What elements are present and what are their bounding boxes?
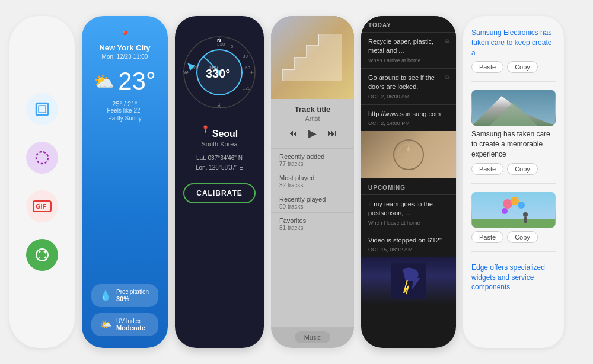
news-compass-image <box>361 131 456 178</box>
news-item-0: ⧉ Recycle paper, plastic, metal and ... … <box>361 32 456 68</box>
copy-button-0[interactable]: Copy <box>507 61 538 73</box>
music-controls: ⏮ ▶ ⏭ <box>288 127 337 140</box>
expand-button[interactable] <box>26 239 58 271</box>
music-list-count-2: 50 tracks <box>279 203 346 210</box>
copy-icon-1: ⧉ <box>445 74 449 81</box>
panel-clipboard: Samsung Electronics has taken care to ke… <box>463 16 564 348</box>
svg-rect-1 <box>39 106 46 113</box>
music-track-info: Track title Artist ⏮ ▶ ⏭ <box>271 99 354 148</box>
panel-music: Track title Artist ⏮ ▶ ⏭ Recently added … <box>271 16 354 348</box>
next-button[interactable]: ⏭ <box>327 128 337 139</box>
weather-range: 25° / 21° <box>112 100 137 107</box>
music-list-item-2: Recently played 50 tracks <box>271 191 354 212</box>
gif-button[interactable]: GIF <box>26 190 58 222</box>
news-item-title-1: Go around to see if the doors are locked… <box>368 74 449 92</box>
news-item-meta-2: OCT 2, 14:00 PM <box>368 120 449 126</box>
calibrate-button[interactable]: CALIBRATE <box>183 183 255 203</box>
svg-text:330°: 330° <box>206 67 230 80</box>
compass-lon: Lon. 126°58'37" E <box>196 163 243 173</box>
news-item-meta-0: When I arrive at home <box>368 58 449 63</box>
previous-button[interactable]: ⏮ <box>288 128 298 139</box>
svg-text:0: 0 <box>231 44 234 49</box>
compass-pin-icon: 📍 <box>201 125 210 133</box>
news-item-title-4: Video is stopped on 6'12" <box>368 236 449 245</box>
news-item-title-3: If my team goes to the postseason, ... <box>368 200 449 218</box>
compass-svg: 330 0 30 60 120 180 NW 330° N S E <box>181 34 258 111</box>
music-list-label-0: Recently added <box>279 153 346 160</box>
compass-display: 330 0 30 60 120 180 NW 330° N S E <box>181 34 258 111</box>
compass-lat: Lat. 037°34'46" N <box>196 154 243 163</box>
music-title: Track title <box>295 105 331 114</box>
screenshot-icon <box>34 101 50 117</box>
panel-news: TODAY ⧉ Recycle paper, plastic, metal an… <box>361 16 456 348</box>
svg-text:60: 60 <box>245 65 250 71</box>
uv-label: UV Index <box>116 318 145 324</box>
main-container: GIF 📍 New York City Mon, 12/23 11:00 ⛅ 2… <box>0 0 593 364</box>
storm-thumbnail-svg <box>391 263 426 299</box>
upcoming-header: UPCOMING <box>361 178 456 194</box>
location-pin-icon: 📍 <box>120 30 130 40</box>
svg-rect-0 <box>36 103 48 115</box>
news-item-4: Video is stopped on 6'12" OCT 15, 08:12 … <box>361 231 456 257</box>
news-item-1: ⧉ Go around to see if the doors are lock… <box>361 68 456 104</box>
news-storm-image <box>361 257 456 305</box>
expand-icon <box>34 247 50 263</box>
music-list-count-3: 81 tracks <box>279 225 346 231</box>
music-footer: Music <box>271 327 354 348</box>
music-list-item-3: Favorites 81 tracks <box>271 212 354 234</box>
precipitation-value: 30% <box>116 295 149 302</box>
mountain-svg <box>471 90 556 126</box>
clipboard-item-0: Samsung Electronics has taken care to ke… <box>471 28 556 73</box>
svg-rect-44 <box>524 217 527 223</box>
svg-text:30: 30 <box>243 53 248 59</box>
circle-select-button[interactable] <box>26 142 58 174</box>
paste-button-1[interactable]: Paste <box>471 163 503 175</box>
music-artwork-svg <box>271 16 354 99</box>
compass-location-row: 📍 Seoul <box>201 119 238 139</box>
copy-button-1[interactable]: Copy <box>507 163 538 175</box>
weather-city: New York City <box>99 43 150 52</box>
clipboard-text-0: Samsung Electronics has taken care to ke… <box>471 28 556 58</box>
panel-weather: 📍 New York City Mon, 12/23 11:00 ⛅ 23° 2… <box>82 16 168 348</box>
gif-icon: GIF <box>33 200 52 212</box>
music-artwork <box>271 16 354 99</box>
news-item-title-2: http://www.samsung.com <box>368 110 449 119</box>
svg-rect-38 <box>472 219 555 228</box>
weather-feels-like: Feels like 22° <box>107 107 142 114</box>
news-item-meta-3: When I leave at home <box>368 220 449 226</box>
svg-marker-32 <box>407 145 410 151</box>
music-artist: Artist <box>305 115 320 122</box>
person-svg <box>471 192 556 228</box>
clipboard-actions-2: Paste Copy <box>471 231 556 243</box>
clipboard-mountain-image <box>471 90 556 126</box>
svg-text:120: 120 <box>243 85 251 91</box>
weather-description: Partly Sunny <box>108 115 142 122</box>
clipboard-person-image <box>471 192 556 228</box>
play-button[interactable]: ▶ <box>308 127 317 140</box>
paste-button-0[interactable]: Paste <box>471 61 503 73</box>
paste-button-2[interactable]: Paste <box>471 231 503 243</box>
svg-text:E: E <box>251 69 254 75</box>
precipitation-card: 💧 Precipitation 30% <box>91 284 158 307</box>
sun-cloud-icon: ⛅ <box>94 72 114 91</box>
clipboard-item-1: Samsung has taken care to create a memor… <box>471 90 556 174</box>
copy-button-2[interactable]: Copy <box>507 231 538 243</box>
news-item-title-0: Recycle paper, plastic, metal and ... <box>368 37 449 56</box>
compass-country: South Korea <box>201 141 237 148</box>
uv-card: 🌤️ UV Index Moderate <box>91 313 158 336</box>
svg-text:GIF: GIF <box>36 203 47 210</box>
today-header: TODAY <box>361 16 456 32</box>
weather-date: Mon, 12/23 11:00 <box>102 53 148 60</box>
compass-thumbnail-svg <box>391 137 426 173</box>
news-item-meta-1: OCT 2, 06:00 AM <box>368 94 449 100</box>
panel-compass: 330 0 30 60 120 180 NW 330° N S E <box>175 16 264 348</box>
news-item-meta-4: OCT 15, 08:12 AM <box>368 247 449 253</box>
music-app-button[interactable]: Music <box>295 331 331 343</box>
music-list-item-1: Most played 32 tracks <box>271 170 354 191</box>
clipboard-text-1: Samsung has taken care to create a memor… <box>471 129 556 159</box>
music-list-item-0: Recently added 77 tracks <box>271 148 354 170</box>
weather-temperature: 23° <box>118 67 156 95</box>
svg-point-40 <box>511 197 519 205</box>
divider-1 <box>471 183 556 184</box>
screenshot-button[interactable] <box>26 93 58 125</box>
